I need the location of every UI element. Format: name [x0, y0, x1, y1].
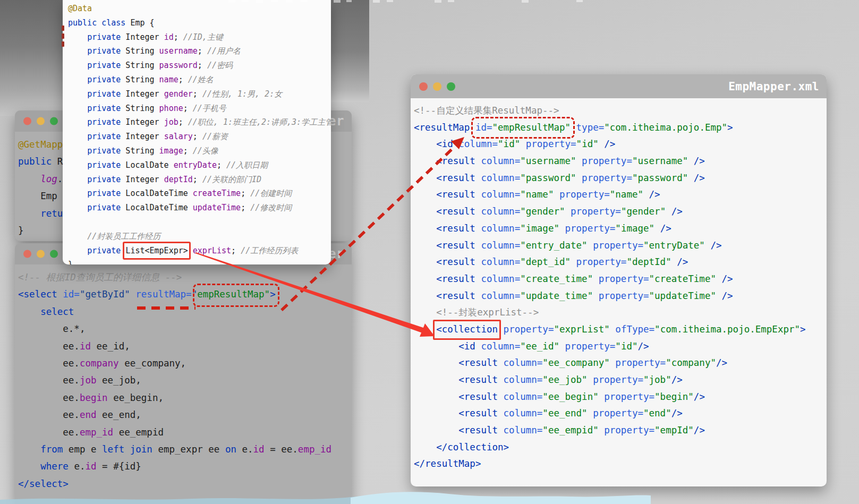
- window-controls: [419, 82, 455, 91]
- xml-select-window: er <!-- 根据ID查询员工的详细信息 --><select id="get…: [15, 243, 352, 504]
- red-annotation-box: id="empResultMap": [475, 119, 571, 136]
- zoom-icon[interactable]: [447, 82, 455, 91]
- zoom-icon[interactable]: [50, 117, 58, 125]
- minimize-icon[interactable]: [433, 82, 441, 91]
- window-controls: [23, 250, 58, 258]
- close-icon[interactable]: [23, 250, 31, 258]
- emp-class-window: @Datapublic class Emp { private Integer …: [63, 0, 331, 264]
- mapper-titlebar: EmpMapper.xml: [411, 74, 827, 98]
- mapper-code: <!--自定义结果集ResultMap--><resultMap id="emp…: [411, 98, 827, 473]
- red-annotation-box: empResultMap">: [197, 286, 276, 303]
- close-icon[interactable]: [23, 117, 31, 125]
- xml-select-code: <!-- 根据ID查询员工的详细信息 --><select id="getByI…: [15, 264, 352, 492]
- emp-class-code: @Datapublic class Emp { private Integer …: [63, 0, 331, 264]
- close-icon[interactable]: [419, 82, 428, 91]
- minimize-icon[interactable]: [37, 250, 45, 258]
- red-annotation-box: List<EmpExpr>: [125, 244, 188, 258]
- mapper-window: EmpMapper.xml <!--自定义结果集ResultMap--><res…: [411, 74, 827, 486]
- minimize-icon[interactable]: [37, 117, 45, 125]
- mapper-window-title: EmpMapper.xml: [728, 80, 819, 93]
- background-dark-corner: [0, 0, 63, 116]
- background-dark-strip: [331, 0, 369, 102]
- red-annotation-box: <collection: [436, 321, 498, 338]
- zoom-icon[interactable]: [50, 250, 58, 258]
- window-controls: [23, 117, 58, 125]
